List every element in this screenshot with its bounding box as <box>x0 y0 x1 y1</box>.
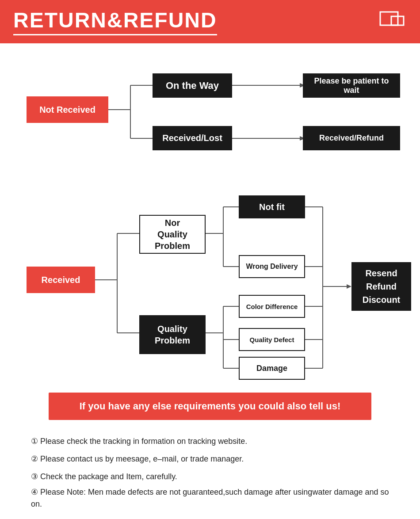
note-text-3: ③ Check the package and Item, carefully. <box>31 469 177 485</box>
header-icon <box>376 10 407 34</box>
svg-rect-0 <box>380 12 398 25</box>
received-refund-box: Received/Refund <box>303 126 400 150</box>
color-difference-box: Color Difference <box>239 295 305 318</box>
damage-box: Damage <box>239 357 305 380</box>
page-title: RETURN&REFUND <box>13 8 217 35</box>
quality-defect-box: Quality Defect <box>239 328 305 351</box>
notes-list: ① Please check the tracking in formation… <box>13 433 407 510</box>
note-text-4: ④ Please Note: Men made defects are not … <box>31 486 389 510</box>
not-received-section: Not Received On the Way Please be patien… <box>13 52 407 167</box>
note-item-2: ② Please contact us by meesage, e–mail, … <box>31 451 389 467</box>
note-item-1: ① Please check the tracking in formation… <box>31 433 389 449</box>
svg-marker-30 <box>347 284 351 289</box>
note-text-2: ② Please contact us by meesage, e–mail, … <box>31 451 244 467</box>
quality-problem-box: Quality Problem <box>139 315 206 354</box>
please-wait-box: Please be patient to wait <box>303 73 400 98</box>
resend-refund-box: Resend Refund Discount <box>351 262 411 311</box>
received-box: Received <box>27 267 95 293</box>
wrong-delivery-box: Wrong Delivery <box>239 255 305 278</box>
nor-quality-box: Nor Quality Problem <box>139 215 206 254</box>
received-lost-box: Received/Lost <box>153 126 232 150</box>
not-received-box: Not Received <box>27 96 108 123</box>
on-the-way-box: On the Way <box>153 73 232 98</box>
not-fit-box: Not fit <box>239 195 305 218</box>
note-text-1: ① Please check the tracking in formation… <box>31 433 247 449</box>
footer-banner: If you have any else requirements you co… <box>49 393 371 420</box>
note-item-4: ④ Please Note: Men made defects are not … <box>31 486 389 510</box>
received-section: Received Nor Quality Problem Quality Pro… <box>13 176 407 384</box>
page-header: RETURN&REFUND <box>0 0 420 43</box>
main-content: Not Received On the Way Please be patien… <box>0 43 420 519</box>
note-item-3: ③ Check the package and Item, carefully. <box>31 469 389 485</box>
